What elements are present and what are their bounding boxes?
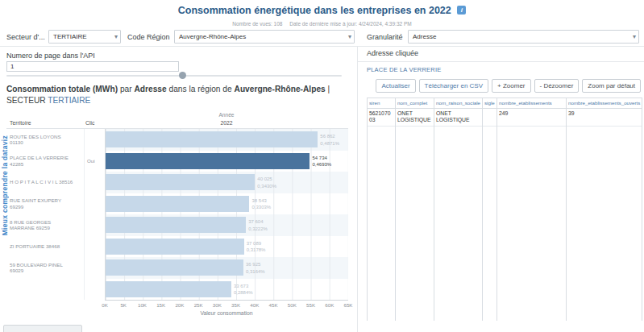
x-tick-label: 30K (213, 302, 222, 308)
code-region-label: Code Région (127, 33, 170, 41)
clic-value (84, 236, 105, 258)
code-region-select[interactable]: Auvergne-Rhône-Alpes (174, 30, 355, 44)
bar[interactable] (106, 217, 246, 233)
clic-value: Oui (84, 151, 105, 172)
x-tick-label: 15K (156, 302, 165, 308)
territoire-label: RUE SAINT EXUPERY 69299 (6, 193, 84, 215)
page-title: Consommation énergétique dans les entrep… (0, 5, 644, 16)
dezoomer-button[interactable]: - Dézoomer (534, 79, 580, 93)
x-tick-label: 50K (288, 302, 297, 308)
chart-row: RUE SAINT EXUPERY 6929938 5430,3303% (6, 193, 348, 215)
territoire-label: 59 BOULEVARD PINEL 69029 (6, 257, 84, 279)
column-header-nombre_etablissements[interactable]: nombre_etablissements (497, 98, 566, 109)
divider (0, 46, 644, 47)
divider (357, 61, 644, 62)
granularite-value: Adresse (413, 33, 436, 40)
bar-value-label: 37 0890,3178% (247, 239, 266, 253)
table-cell-nombre_etablissements_ouverts[interactable]: 39 (567, 109, 642, 127)
chart-row: PLACE DE LA VERRERIE 42285Oui54 7340,469… (6, 151, 348, 172)
bar-value-label: 56 8620,4871% (320, 133, 339, 147)
clic-value (84, 257, 105, 279)
x-tick-label: 10K (138, 302, 147, 308)
table-column-nombre_etablissements: nombre_etablissements249 (497, 98, 567, 321)
x-tick-label: 35K (231, 302, 240, 308)
cropped-control[interactable] (3, 325, 82, 332)
year-header: Année (105, 112, 348, 118)
table-cell-sigle[interactable] (483, 109, 497, 127)
bar[interactable] (106, 196, 249, 212)
adresse-cliquee-value: PLACE DE LA VERRERIE (367, 66, 441, 73)
secteur-select[interactable]: TERTIAIRE (48, 30, 121, 44)
chart-rows: ROUTE DES LOYONS 0113056 8620,4871%PLACE… (6, 129, 348, 300)
page-slider-track[interactable] (6, 75, 342, 77)
actualiser-button[interactable]: Actualiser (376, 79, 415, 93)
chart-row: ROUTE DES LOYONS 0113056 8620,4871% (6, 129, 348, 151)
table-column-sigle: sigle (483, 98, 497, 321)
dataviz-help-link[interactable]: Mieux comprendre la dataviz (1, 135, 9, 235)
telecharger-csv-button[interactable]: Télécharger en CSV (419, 79, 488, 93)
bar-track: 40 0250,3430% (105, 172, 348, 193)
chart-row: H O P I T A L C I V I L 3851640 0250,343… (6, 172, 348, 193)
x-tick-label: 20K (175, 302, 184, 308)
bar-track: 54 7340,4693% (105, 151, 348, 172)
bar[interactable] (106, 174, 255, 190)
table-cell-nom_complet[interactable]: ONET LOGISTIQUE (396, 109, 434, 127)
table-cell-siren[interactable]: 562107003 (368, 109, 395, 127)
last-updated: Date de dernière mise à jour: 4/24/2024,… (289, 21, 411, 27)
clic-value (84, 172, 105, 193)
granularite-select[interactable]: Adresse (408, 30, 639, 44)
action-buttons: ActualiserTélécharger en CSV+ Zoomer- Dé… (376, 79, 641, 93)
zoomer-button[interactable]: + Zoomer (492, 79, 530, 93)
page-slider-handle[interactable] (179, 72, 186, 79)
bar-selected[interactable] (106, 153, 310, 169)
clic-header: Clic (85, 120, 94, 126)
bar[interactable] (106, 259, 243, 276)
chart-heading-line2: SECTEUR TERTIAIRE (6, 95, 353, 106)
bar-value-label: 38 5430,3303% (251, 197, 271, 210)
territoire-label: ROUTE DES LOYONS 01130 (6, 129, 84, 151)
table-cell-nombre_etablissements[interactable]: 249 (497, 109, 566, 127)
bar-value-label: 33 6730,2884% (234, 282, 253, 296)
x-tick-label: 40K (250, 302, 259, 308)
heading-segment: Auvergne-Rhône-Alpes (235, 85, 326, 93)
bar[interactable] (106, 281, 231, 297)
bar-track: 56 8620,4871% (105, 129, 348, 151)
secteur-value: TERTIAIRE (53, 33, 87, 40)
heading-segment: dans la région de (167, 85, 235, 93)
clic-value (84, 279, 105, 301)
x-tick-label: 0K (102, 302, 108, 308)
chart-heading-line1: Consommation totale (MWh) par Adresse da… (6, 84, 353, 95)
bar-track: 38 5430,3303% (105, 193, 348, 215)
chart-row: 8 RUE GEORGES MARRANE 6925937 6040,3222% (6, 214, 348, 236)
bar[interactable] (106, 239, 244, 255)
column-header-nombre_etablissements_ouverts[interactable]: nombre_etablissements_ouverts (567, 98, 642, 109)
x-tick-label: 55K (306, 302, 315, 308)
territoire-label (6, 279, 84, 301)
x-tick-label: 25K (194, 302, 203, 308)
chart-row: 33 6730,2884% (6, 279, 348, 301)
column-header-sigle[interactable]: sigle (483, 98, 497, 109)
info-icon[interactable]: i (457, 6, 466, 15)
table-cell-nom_raison_sociale[interactable]: ONET LOGISTIQUE (434, 109, 482, 127)
territoire-label: PLACE DE LA VERRERIE 42285 (6, 151, 84, 172)
column-header-siren[interactable]: siren (368, 98, 395, 109)
x-tick-label: 45K (269, 302, 278, 308)
consumption-bar-chart: Année 2022 Territoire Clic ROUTE DES LOY… (6, 111, 348, 322)
x-tick-label: 5K (120, 302, 127, 308)
panel-divider (357, 46, 358, 332)
column-header-nom_complet[interactable]: nom_complet (396, 98, 434, 109)
results-table: siren562107003nom_completONET LOGISTIQUE… (367, 98, 642, 321)
x-axis-title: Valeur consommation (105, 310, 348, 316)
zoom-defaut-button[interactable]: Zoom par défaut (582, 79, 641, 93)
column-header-nom_raison_sociale[interactable]: nom_raison_sociale (434, 98, 482, 109)
clic-value (84, 129, 105, 151)
heading-segment: | (326, 85, 330, 93)
territoire-label: H O P I T A L C I V I L 38516 (6, 172, 84, 193)
bar-track: 37 6040,3222% (105, 214, 348, 236)
chart-heading: Consommation totale (MWh) par Adresse da… (6, 84, 353, 106)
bar[interactable] (106, 131, 318, 147)
page-number-input[interactable] (6, 61, 179, 72)
page-title-text: Consommation énergétique dans les entrep… (178, 5, 451, 16)
bar-track: 37 0890,3178% (105, 236, 348, 258)
adresse-cliquee-label: Adresse cliquée (367, 49, 418, 57)
